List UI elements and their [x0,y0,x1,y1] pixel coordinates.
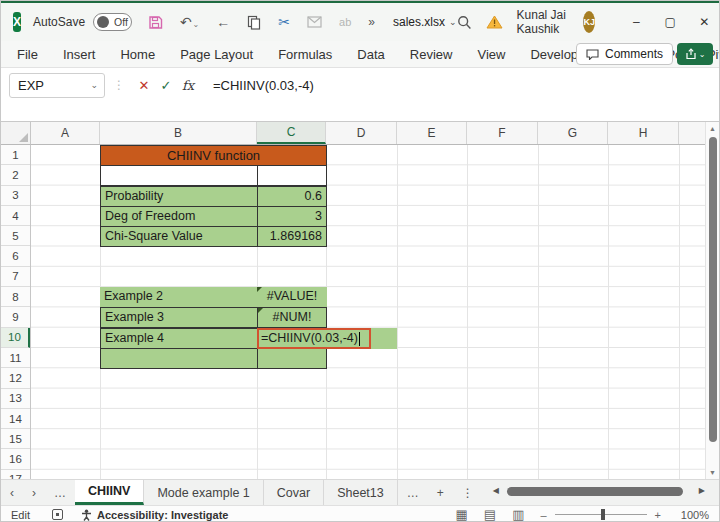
macro-record-icon[interactable] [52,509,63,520]
insert-function-icon[interactable]: fx [177,78,199,93]
vertical-scrollbar[interactable]: ▲ ▼ [705,122,719,479]
select-all-button[interactable] [1,122,31,145]
cell-c10-editing[interactable]: =CHIINV(0.03,-4) [257,328,371,349]
back-icon[interactable]: ← [216,15,230,29]
scroll-right-icon[interactable]: ▶ [699,486,705,495]
excel-logo-icon[interactable]: X [13,12,21,32]
cell-b1-title[interactable]: CHIINV function [100,145,327,166]
warning-icon[interactable] [486,15,503,29]
sheet-tab-mode-example-1[interactable]: Mode example 1 [144,480,263,505]
row-header[interactable]: 6 [1,246,30,266]
column-header-b[interactable]: B [100,122,257,144]
row-header[interactable]: 9 [1,307,30,327]
column-header-h[interactable]: H [608,122,679,144]
column-header-g[interactable]: G [538,122,608,144]
minimize-icon[interactable]: – [619,15,653,29]
cell-b2[interactable] [100,165,258,186]
tab-insert[interactable]: Insert [63,47,96,62]
maximize-icon[interactable]: ▢ [653,15,687,29]
row-header[interactable]: 17 [1,470,30,479]
row-header[interactable]: 8 [1,287,30,307]
row-header[interactable]: 12 [1,368,30,388]
row-header[interactable]: 2 [1,165,30,185]
cell-c4-dof-value[interactable]: 3 [257,206,327,227]
row-header[interactable]: 3 [1,186,30,206]
cell-c8-value-error[interactable]: #VALUE! [257,287,327,308]
sheet-tab-sheet13[interactable]: Sheet13 [324,480,398,505]
tab-home[interactable]: Home [120,47,155,62]
normal-view-icon[interactable]: ▦ [456,507,468,522]
scroll-down-icon[interactable]: ▼ [706,469,719,476]
cell-c2[interactable] [257,165,327,186]
row-header[interactable]: 11 [1,348,30,368]
cell-b3-probability[interactable]: Probability [100,186,258,207]
tab-page-layout[interactable]: Page Layout [180,47,253,62]
more-commands-icon[interactable]: » [368,16,375,28]
tab-review[interactable]: Review [410,47,453,62]
sheet-tab-chiinv[interactable]: CHIINV [75,480,144,505]
column-header-a[interactable]: A [31,122,100,144]
scroll-up-icon[interactable]: ▲ [706,125,719,132]
row-header[interactable]: 10 [1,328,30,348]
spelling-icon[interactable]: ab [339,17,351,28]
row-header[interactable]: 14 [1,409,30,429]
row-header[interactable]: 5 [1,226,30,246]
horizontal-scroll-thumb[interactable] [507,487,683,496]
save-icon[interactable] [148,15,163,30]
new-sheet-icon[interactable]: + [428,480,453,505]
row-header[interactable]: 13 [1,389,30,409]
cell-c9-num-error[interactable]: #NUM! [257,307,327,328]
sheet-options-kebab-icon[interactable]: ⋮ [453,480,483,505]
cell-b8-example2[interactable]: Example 2 [100,287,258,308]
sheet-nav-right-icon[interactable]: › [23,480,45,505]
page-layout-view-icon[interactable]: ▤ [484,507,496,522]
zoom-level[interactable]: 100% [677,509,709,521]
row-header[interactable]: 7 [1,267,30,287]
row-header[interactable]: 1 [1,145,30,165]
zoom-slider[interactable] [555,514,647,515]
share-button[interactable]: ⌄ [677,43,713,65]
column-header-f[interactable]: F [467,122,538,144]
accessibility-status[interactable]: Accessibility: Investigate [81,509,228,521]
sheet-list-ellipsis-icon[interactable]: … [45,480,75,505]
cell-b9-example3[interactable]: Example 3 [100,307,258,328]
column-header-c[interactable]: C [257,122,326,144]
avatar[interactable]: KJ [583,11,595,33]
row-header[interactable]: 16 [1,449,30,469]
sheet-nav-left-icon[interactable]: ‹ [1,480,23,505]
tab-formulas[interactable]: Formulas [278,47,332,62]
comments-button[interactable]: Comments [576,43,673,65]
zoom-slider-thumb[interactable] [601,509,605,520]
tab-file[interactable]: File [17,47,38,62]
sheet-tab-covar[interactable]: Covar [264,480,324,505]
vertical-scroll-thumb[interactable] [709,137,717,442]
row-header[interactable]: 4 [1,206,30,226]
file-name[interactable]: sales.xlsx ⌄ [393,15,457,29]
horizontal-scrollbar[interactable]: ◀ ▶ [493,485,713,500]
zoom-out-icon[interactable]: – [540,509,546,521]
cells-area[interactable]: CHIINV function Probability 0.6 Deg of F… [31,145,705,479]
cancel-entry-icon[interactable]: ✕ [133,78,155,93]
column-header-d[interactable]: D [326,122,397,144]
column-header-e[interactable]: E [397,122,467,144]
close-icon[interactable]: ✕ [687,15,720,29]
copy-icon[interactable] [247,15,261,30]
cell-b10-example4[interactable]: Example 4 [100,328,258,349]
name-box[interactable]: EXP ⌄ [9,73,105,98]
tab-data[interactable]: Data [357,47,384,62]
cell-c3-probability-value[interactable]: 0.6 [257,186,327,207]
search-icon[interactable] [457,15,472,30]
cell-b11[interactable] [100,348,258,369]
tab-view[interactable]: View [477,47,505,62]
autosave-toggle[interactable]: Off [93,13,132,31]
cell-c5-chi-value[interactable]: 1.869168 [257,226,327,247]
zoom-in-icon[interactable]: + [655,509,661,521]
more-sheets-icon[interactable]: … [398,480,428,505]
cell-c11[interactable] [257,348,327,369]
email-icon[interactable] [307,16,322,28]
row-header[interactable]: 15 [1,429,30,449]
scroll-left-icon[interactable]: ◀ [493,486,499,495]
page-break-view-icon[interactable]: ▥ [512,507,524,522]
undo-button[interactable]: ↶ ⌄ [180,15,199,29]
cut-icon[interactable]: ✂ [278,15,290,29]
